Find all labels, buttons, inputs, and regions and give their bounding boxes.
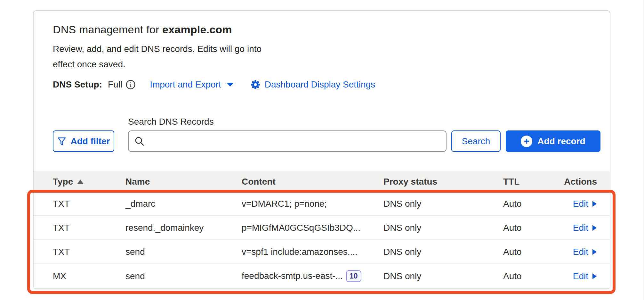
record-content-text: feedback-smtp.us-east-... bbox=[242, 271, 343, 281]
info-circle-icon[interactable]: i bbox=[125, 79, 136, 90]
triangle-right-icon bbox=[592, 273, 597, 279]
page-description: Review, add, and edit DNS records. Edits… bbox=[53, 41, 262, 72]
search-button-label: Search bbox=[462, 136, 490, 146]
record-content-cell: v=DMARC1; p=none; bbox=[242, 199, 383, 209]
search-button[interactable]: Search bbox=[451, 130, 501, 152]
import-export-label: Import and Export bbox=[150, 79, 221, 90]
record-content-text: v=spf1 include:amazonses.... bbox=[242, 247, 358, 257]
table-row: MXsendfeedback-smtp.us-east-...10DNS onl… bbox=[34, 264, 610, 288]
dns-management-page: DNS management for example.com Review, a… bbox=[0, 0, 644, 300]
record-ttl-cell: Auto bbox=[503, 271, 551, 281]
add-filter-button[interactable]: Add filter bbox=[53, 130, 114, 152]
record-content-text: p=MIGfMA0GCSqGSIb3DQ... bbox=[242, 223, 360, 233]
triangle-right-icon bbox=[592, 249, 597, 255]
record-proxy-status-cell: DNS only bbox=[383, 199, 503, 209]
record-name-cell: send bbox=[125, 271, 242, 281]
column-header-type[interactable]: Type bbox=[53, 177, 125, 187]
record-content-text: v=DMARC1; p=none; bbox=[242, 199, 327, 209]
table-row: TXTsendv=spf1 include:amazonses....DNS o… bbox=[34, 240, 610, 264]
record-ttl-cell: Auto bbox=[503, 199, 551, 209]
record-proxy-status-cell: DNS only bbox=[383, 247, 503, 257]
zone-name: example.com bbox=[162, 23, 232, 36]
table-header-row: Type Name Content Proxy status TTL Actio… bbox=[34, 171, 610, 192]
plus-icon: + bbox=[521, 136, 532, 147]
dns-management-card: DNS management for example.com Review, a… bbox=[33, 10, 610, 289]
edit-label: Edit bbox=[573, 247, 588, 257]
record-actions-cell: Edit bbox=[551, 199, 597, 209]
record-content-cell: feedback-smtp.us-east-...10 bbox=[242, 270, 383, 282]
import-export-menu[interactable]: Import and Export bbox=[150, 79, 234, 90]
edit-label: Edit bbox=[573, 223, 588, 233]
dns-setup-value: Full bbox=[108, 79, 122, 90]
dashboard-display-settings-link[interactable]: Dashboard Display Settings bbox=[251, 79, 375, 90]
record-actions-cell: Edit bbox=[551, 247, 597, 257]
record-type-cell: MX bbox=[53, 271, 125, 281]
column-header-ttl[interactable]: TTL bbox=[503, 177, 551, 187]
magnifier-icon bbox=[134, 136, 145, 146]
column-header-name[interactable]: Name bbox=[125, 177, 242, 187]
record-actions-cell: Edit bbox=[551, 271, 597, 281]
search-input-container bbox=[128, 130, 447, 152]
table-row: TXTresend._domainkeyp=MIGfMA0GCSqGSIb3DQ… bbox=[34, 216, 610, 240]
record-type-cell: TXT bbox=[53, 223, 125, 233]
sort-ascending-icon bbox=[77, 179, 83, 184]
record-name-cell: _dmarc bbox=[125, 199, 242, 209]
edit-record-button[interactable]: Edit bbox=[573, 199, 597, 209]
record-actions-cell: Edit bbox=[551, 223, 597, 233]
record-name-cell: resend._domainkey bbox=[125, 223, 242, 233]
add-record-label: Add record bbox=[537, 136, 585, 146]
triangle-right-icon bbox=[592, 201, 597, 207]
add-filter-label: Add filter bbox=[71, 136, 110, 146]
record-ttl-cell: Auto bbox=[503, 247, 551, 257]
search-dns-records-label: Search DNS Records bbox=[128, 117, 214, 127]
edit-record-button[interactable]: Edit bbox=[573, 223, 597, 233]
record-content-cell: p=MIGfMA0GCSqGSIb3DQ... bbox=[242, 223, 383, 233]
column-header-proxy-status[interactable]: Proxy status bbox=[383, 177, 503, 187]
gear-icon bbox=[251, 80, 260, 89]
edit-record-button[interactable]: Edit bbox=[573, 247, 597, 257]
triangle-right-icon bbox=[592, 225, 597, 231]
record-proxy-status-cell: DNS only bbox=[383, 223, 503, 233]
dns-setup-row: DNS Setup: Full i Import and Export bbox=[53, 78, 375, 91]
edit-label: Edit bbox=[573, 199, 588, 209]
search-dns-records-input[interactable] bbox=[149, 136, 440, 146]
caret-down-icon bbox=[226, 82, 234, 87]
record-proxy-status-cell: DNS only bbox=[383, 271, 503, 281]
record-name-cell: send bbox=[125, 247, 242, 257]
record-ttl-cell: Auto bbox=[503, 223, 551, 233]
record-content-cell: v=spf1 include:amazonses.... bbox=[242, 247, 383, 257]
dashboard-display-settings-label: Dashboard Display Settings bbox=[265, 79, 375, 90]
table-row: TXT_dmarcv=DMARC1; p=none;DNS onlyAutoEd… bbox=[34, 192, 610, 216]
add-record-button[interactable]: + Add record bbox=[506, 130, 600, 152]
column-header-content[interactable]: Content bbox=[242, 177, 383, 187]
edit-label: Edit bbox=[573, 271, 588, 281]
table-body: TXT_dmarcv=DMARC1; p=none;DNS onlyAutoEd… bbox=[34, 192, 610, 288]
page-title-prefix: DNS management for bbox=[53, 23, 162, 36]
funnel-icon bbox=[57, 137, 66, 146]
edit-record-button[interactable]: Edit bbox=[573, 271, 597, 281]
page-right-edge-divider bbox=[643, 0, 643, 300]
column-header-actions: Actions bbox=[551, 177, 597, 187]
dns-setup-label: DNS Setup: bbox=[53, 79, 102, 90]
table-controls: Add filter Search + Add record bbox=[34, 130, 610, 152]
record-type-cell: TXT bbox=[53, 199, 125, 209]
dns-records-table: Type Name Content Proxy status TTL Actio… bbox=[34, 171, 610, 288]
record-type-cell: TXT bbox=[53, 247, 125, 257]
priority-badge: 10 bbox=[346, 270, 361, 282]
svg-text:i: i bbox=[130, 81, 132, 88]
page-title: DNS management for example.com bbox=[53, 23, 232, 36]
